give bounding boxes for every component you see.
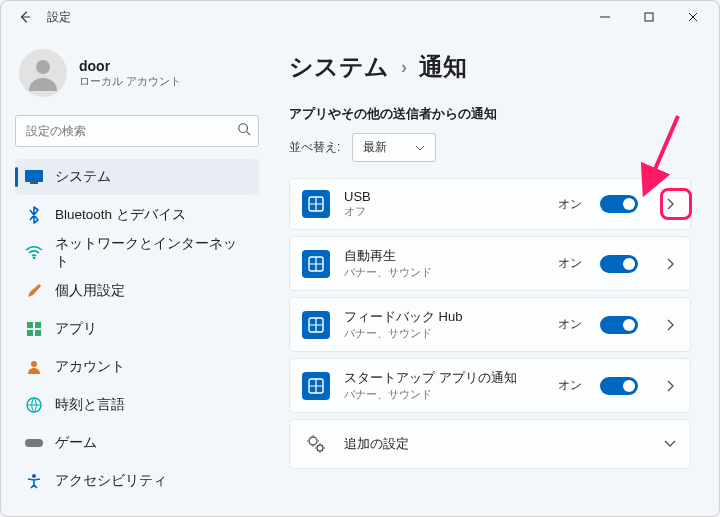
breadcrumb-parent[interactable]: システム <box>289 51 389 83</box>
row-label: 追加の設定 <box>344 435 638 453</box>
expand-button[interactable] <box>662 198 678 210</box>
nav-apps[interactable]: アプリ <box>15 311 259 347</box>
search-input[interactable] <box>15 115 259 147</box>
chevron-right-icon: › <box>401 57 407 78</box>
profile-text: door ローカル アカウント <box>79 58 181 89</box>
nav-label: 時刻と言語 <box>55 396 125 414</box>
app-name: スタートアップ アプリの通知 <box>344 369 544 387</box>
account-icon <box>25 358 43 376</box>
toggle-switch[interactable] <box>600 195 638 213</box>
nav: システム Bluetooth とデバイス ネットワークとインターネット 個人用設… <box>15 159 259 499</box>
additional-settings-row[interactable]: 追加の設定 <box>289 419 691 469</box>
svg-rect-4 <box>30 182 38 184</box>
app-name: フィードバック Hub <box>344 308 544 326</box>
minimize-button[interactable] <box>583 2 627 32</box>
chevron-right-icon <box>666 258 674 270</box>
wifi-icon <box>25 244 43 262</box>
app-icon <box>302 250 330 278</box>
nav-game[interactable]: ゲーム <box>15 425 259 461</box>
app-row-feedback-hub[interactable]: フィードバック Hub バナー、サウンド オン <box>289 297 691 352</box>
app-sub: バナー、サウンド <box>344 265 544 280</box>
svg-rect-12 <box>25 439 43 447</box>
close-button[interactable] <box>671 2 715 32</box>
body: door ローカル アカウント システム Bluetooth とデバイス <box>1 33 719 516</box>
chevron-right-icon <box>666 319 674 331</box>
apps-icon <box>25 320 43 338</box>
toggle-label: オン <box>558 255 582 272</box>
nav-account[interactable]: アカウント <box>15 349 259 385</box>
expand-button[interactable] <box>662 319 678 331</box>
maximize-icon <box>644 12 654 22</box>
app-row-startup-apps[interactable]: スタートアップ アプリの通知 バナー、サウンド オン <box>289 358 691 413</box>
maximize-button[interactable] <box>627 2 671 32</box>
close-icon <box>688 12 698 22</box>
svg-rect-7 <box>35 322 41 328</box>
sidebar: door ローカル アカウント システム Bluetooth とデバイス <box>1 33 271 516</box>
svg-point-19 <box>317 445 323 451</box>
search-wrap <box>15 115 259 147</box>
sort-select[interactable]: 最新 <box>352 133 436 162</box>
profile[interactable]: door ローカル アカウント <box>15 43 259 115</box>
svg-rect-6 <box>27 322 33 328</box>
gear-icon <box>302 430 330 458</box>
nav-label: アクセシビリティ <box>55 472 167 490</box>
app-name: USB <box>344 189 544 204</box>
app-icon <box>302 372 330 400</box>
breadcrumb: システム › 通知 <box>289 51 691 83</box>
window-title: 設定 <box>47 9 583 26</box>
app-row-usb[interactable]: USB オフ オン <box>289 178 691 230</box>
profile-name: door <box>79 58 181 74</box>
search-icon <box>237 122 251 140</box>
nav-label: アプリ <box>55 320 97 338</box>
app-row-autoplay[interactable]: 自動再生 バナー、サウンド オン <box>289 236 691 291</box>
app-icon <box>302 190 330 218</box>
titlebar: 設定 <box>1 1 719 33</box>
expand-button[interactable] <box>662 258 678 270</box>
nav-network[interactable]: ネットワークとインターネット <box>15 235 259 271</box>
toggle-switch[interactable] <box>600 316 638 334</box>
expand-button[interactable] <box>662 440 678 448</box>
app-sub: オフ <box>344 204 544 219</box>
nav-time-language[interactable]: 時刻と言語 <box>15 387 259 423</box>
svg-point-2 <box>239 124 248 133</box>
svg-point-5 <box>33 257 36 260</box>
toggle-label: オン <box>558 316 582 333</box>
nav-accessibility[interactable]: アクセシビリティ <box>15 463 259 499</box>
toggle-switch[interactable] <box>600 377 638 395</box>
svg-rect-3 <box>25 170 43 182</box>
toggle-switch[interactable] <box>600 255 638 273</box>
svg-point-13 <box>32 474 36 478</box>
user-icon <box>23 53 63 93</box>
svg-rect-9 <box>35 330 41 336</box>
chevron-down-icon <box>664 440 676 448</box>
app-info: スタートアップ アプリの通知 バナー、サウンド <box>344 369 544 402</box>
minimize-icon <box>600 12 610 22</box>
nav-personalization[interactable]: 個人用設定 <box>15 273 259 309</box>
toggle-label: オン <box>558 196 582 213</box>
back-button[interactable] <box>11 3 39 31</box>
nav-label: ネットワークとインターネット <box>55 235 249 271</box>
arrow-left-icon <box>18 10 32 24</box>
app-info: 自動再生 バナー、サウンド <box>344 247 544 280</box>
section-heading: アプリやその他の送信者からの通知 <box>289 105 691 123</box>
toggle-label: オン <box>558 377 582 394</box>
settings-window: 設定 door ローカル アカウント <box>0 0 720 517</box>
svg-rect-0 <box>645 13 653 21</box>
app-sub: バナー、サウンド <box>344 387 544 402</box>
sort-label: 並べ替え: <box>289 139 340 156</box>
nav-label: アカウント <box>55 358 125 376</box>
svg-point-18 <box>309 437 317 445</box>
chevron-down-icon <box>415 145 425 151</box>
nav-label: ゲーム <box>55 434 97 452</box>
nav-bluetooth[interactable]: Bluetooth とデバイス <box>15 197 259 233</box>
nav-system[interactable]: システム <box>15 159 259 195</box>
svg-point-10 <box>31 361 37 367</box>
app-sub: バナー、サウンド <box>344 326 544 341</box>
app-name: 自動再生 <box>344 247 544 265</box>
profile-subtitle: ローカル アカウント <box>79 74 181 89</box>
app-info: フィードバック Hub バナー、サウンド <box>344 308 544 341</box>
expand-button[interactable] <box>662 380 678 392</box>
sort-row: 並べ替え: 最新 <box>289 133 691 162</box>
chevron-right-icon <box>666 380 674 392</box>
brush-icon <box>25 282 43 300</box>
